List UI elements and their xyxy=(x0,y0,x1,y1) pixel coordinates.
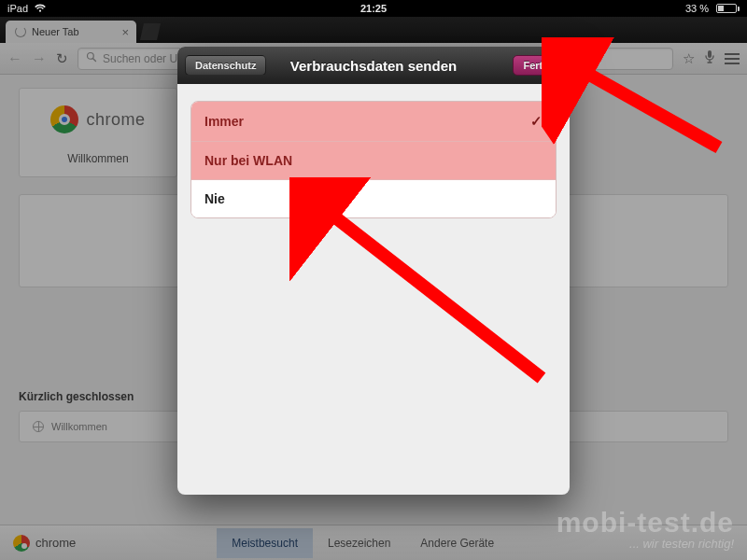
bottom-tabs: Meistbesucht Lesezeichen Andere Geräte xyxy=(76,528,650,558)
modal-back-button[interactable]: Datenschutz xyxy=(185,55,266,76)
battery-icon xyxy=(712,4,740,13)
modal-done-button[interactable]: Fertig xyxy=(513,55,562,76)
battery-percent: 33 % xyxy=(685,3,709,14)
new-tab-button[interactable] xyxy=(140,23,161,40)
bottom-brand-label: chrome xyxy=(35,536,76,550)
tab-other-devices[interactable]: Andere Geräte xyxy=(405,528,509,558)
option-label: Immer xyxy=(204,114,244,129)
recently-closed-item-label: Willkommen xyxy=(51,421,107,432)
mic-icon[interactable] xyxy=(704,49,715,67)
option-label: Nur bei WLAN xyxy=(204,153,292,168)
device-label: iPad xyxy=(7,3,28,14)
reload-button[interactable]: ↻ xyxy=(56,50,68,67)
tab-most-visited[interactable]: Meistbesucht xyxy=(217,528,313,558)
checkmark-icon: ✓ xyxy=(530,113,543,130)
option-never[interactable]: Nie xyxy=(191,180,556,217)
welcome-card[interactable]: chrome Willkommen xyxy=(19,88,177,177)
tab-bookmarks[interactable]: Lesezeichen xyxy=(313,528,405,558)
tab-title: Neuer Tab xyxy=(32,26,79,37)
back-button[interactable]: ← xyxy=(7,50,22,67)
browser-tab[interactable]: Neuer Tab × xyxy=(6,21,136,43)
option-list: Immer ✓ Nur bei WLAN Nie xyxy=(190,101,557,218)
search-icon xyxy=(86,51,97,65)
option-label: Nie xyxy=(204,191,225,206)
star-icon[interactable]: ☆ xyxy=(683,50,695,67)
globe-icon xyxy=(33,421,44,432)
chrome-logo-icon xyxy=(50,105,78,133)
modal-header: Datenschutz Verbrauchsdaten senden Ferti… xyxy=(177,47,570,84)
close-tab-icon[interactable]: × xyxy=(121,25,129,39)
svg-rect-2 xyxy=(708,50,712,58)
tab-favicon-icon xyxy=(15,26,26,37)
welcome-label: Willkommen xyxy=(27,152,169,165)
forward-button[interactable]: → xyxy=(32,50,47,67)
option-wlan-only[interactable]: Nur bei WLAN xyxy=(191,142,556,180)
bottom-bar: chrome Meistbesucht Lesezeichen Andere G… xyxy=(0,525,747,560)
svg-line-1 xyxy=(93,59,96,62)
option-always[interactable]: Immer ✓ xyxy=(191,102,556,142)
bottom-brand: chrome xyxy=(13,535,76,552)
chrome-logo: chrome xyxy=(27,105,169,133)
chrome-logo-icon xyxy=(13,535,30,552)
chrome-wordmark: chrome xyxy=(86,110,145,130)
tab-strip: Neuer Tab × xyxy=(0,17,747,43)
wifi-icon xyxy=(34,4,47,13)
ios-status-bar: iPad 21:25 33 % xyxy=(0,0,747,17)
clock: 21:25 xyxy=(194,3,553,14)
menu-button[interactable] xyxy=(725,53,740,64)
modal-body: Immer ✓ Nur bei WLAN Nie xyxy=(177,84,570,235)
usage-data-modal: Datenschutz Verbrauchsdaten senden Ferti… xyxy=(177,47,570,495)
